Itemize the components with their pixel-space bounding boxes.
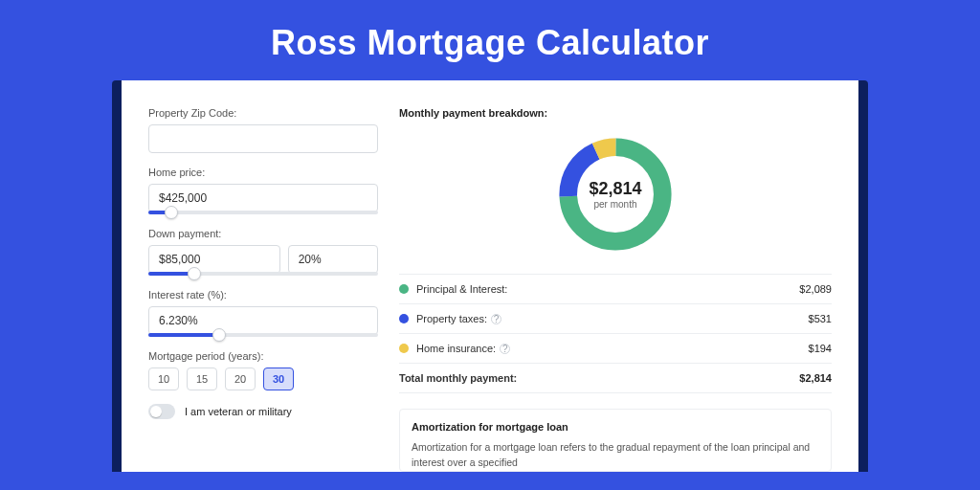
interest-label: Interest rate (%): [148, 289, 378, 301]
breakdown-amount: $531 [809, 313, 832, 324]
amortization-title: Amortization for mortgage loan [412, 421, 819, 433]
breakdown-row-insurance: Home insurance: ? $194 [399, 334, 832, 364]
period-label: Mortgage period (years): [148, 350, 378, 362]
period-field: Mortgage period (years): 10 15 20 30 [148, 350, 378, 390]
home-price-field: Home price: [148, 167, 378, 214]
info-icon[interactable]: ? [500, 344, 510, 354]
down-payment-field: Down payment: [148, 228, 378, 276]
total-amount: $2,814 [799, 372, 832, 384]
calculator-card: Property Zip Code: Home price: Down paym… [122, 80, 858, 472]
breakdown-rows: Principal & Interest: $2,089 Property ta… [399, 274, 832, 393]
donut-chart: $2,814 per month [399, 126, 832, 274]
donut-center-sub: per month [593, 199, 636, 210]
dot-icon [399, 314, 409, 323]
breakdown-row-principal: Principal & Interest: $2,089 [399, 275, 832, 304]
veteran-row: I am veteran or military [148, 404, 378, 419]
breakdown-row-total: Total monthly payment: $2,814 [399, 364, 832, 393]
home-price-label: Home price: [148, 167, 378, 178]
amortization-box: Amortization for mortgage loan Amortizat… [399, 409, 832, 472]
slider-thumb[interactable] [165, 206, 178, 219]
zip-label: Property Zip Code: [148, 107, 378, 119]
breakdown-label: Property taxes: ? [416, 313, 809, 324]
dot-icon [399, 284, 409, 294]
home-price-slider[interactable] [148, 211, 378, 214]
donut-center-amount: $2,814 [589, 179, 641, 199]
period-option-10[interactable]: 10 [148, 368, 179, 390]
inputs-column: Property Zip Code: Home price: Down paym… [148, 107, 378, 472]
period-option-15[interactable]: 15 [187, 368, 217, 390]
veteran-label: I am veteran or military [185, 406, 292, 417]
results-column: Monthly payment breakdown: $2,814 [399, 107, 832, 472]
dot-icon [399, 344, 409, 353]
interest-input[interactable] [148, 306, 378, 335]
home-price-input[interactable] [148, 184, 378, 212]
total-label: Total monthly payment: [399, 372, 799, 384]
down-payment-slider[interactable] [148, 272, 378, 276]
breakdown-label: Home insurance: ? [416, 343, 809, 354]
breakdown-title: Monthly payment breakdown: [399, 107, 832, 119]
period-option-20[interactable]: 20 [225, 368, 256, 390]
slider-thumb[interactable] [188, 267, 201, 280]
amortization-text: Amortization for a mortgage loan refers … [412, 440, 819, 471]
breakdown-amount: $2,089 [799, 283, 832, 295]
slider-thumb[interactable] [212, 328, 226, 342]
page-title: Ross Mortgage Calculator [0, 23, 980, 63]
down-payment-label: Down payment: [148, 228, 378, 239]
veteran-toggle[interactable] [148, 404, 175, 419]
hero: Ross Mortgage Calculator [0, 0, 980, 80]
period-option-30[interactable]: 30 [263, 368, 294, 390]
interest-slider[interactable] [148, 333, 378, 337]
down-payment-amount-input[interactable] [148, 245, 280, 274]
zip-field: Property Zip Code: [148, 107, 378, 153]
toggle-knob [150, 406, 162, 417]
info-icon[interactable]: ? [491, 314, 501, 324]
interest-field: Interest rate (%): [148, 289, 378, 337]
breakdown-label: Principal & Interest: [416, 283, 799, 295]
breakdown-amount: $194 [809, 343, 832, 354]
breakdown-row-taxes: Property taxes: ? $531 [399, 304, 832, 334]
down-payment-pct-input[interactable] [288, 245, 378, 274]
calculator-frame: Property Zip Code: Home price: Down paym… [112, 80, 868, 472]
zip-input[interactable] [148, 124, 378, 153]
